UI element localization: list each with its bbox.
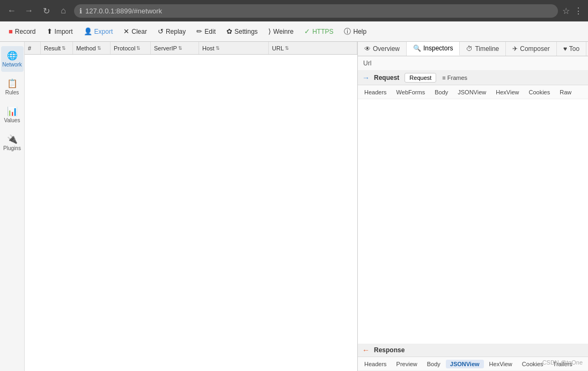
host-sort-icon: ⇅ (216, 46, 220, 51)
resp-jsonview-tab[interactable]: JSONView (446, 360, 484, 368)
url-security-icon: ℹ (79, 7, 82, 15)
req-body-tab[interactable]: Body (430, 88, 452, 97)
request-sub-tabs: Headers WebForms Body JSONView HexView C… (358, 85, 588, 99)
protocol-sort-icon: ⇅ (136, 46, 141, 51)
import-label: Import (55, 28, 73, 35)
col-result-label: Result (44, 45, 61, 51)
bookmark-button[interactable]: ☆ (562, 6, 570, 16)
https-icon: ✓ (304, 27, 310, 35)
request-tab[interactable]: Request (405, 73, 436, 83)
inspectors-icon: 🔍 (413, 44, 421, 52)
import-button[interactable]: ⬆ Import (42, 25, 77, 38)
col-hash[interactable]: # (25, 42, 41, 54)
settings-button[interactable]: ✿ Settings (222, 25, 262, 38)
col-host[interactable]: Host ⇅ (199, 42, 269, 54)
inspector-url-bar: Url (358, 56, 588, 71)
clear-icon: ✕ (123, 27, 129, 35)
request-section-header: → Request Request ≡ Frames (358, 71, 588, 85)
col-protocol-label: Protocol (114, 45, 135, 51)
plugins-icon: 🔌 (7, 134, 18, 144)
sidebar-item-plugins[interactable]: 🔌 Plugins (1, 130, 24, 155)
weinre-button[interactable]: ⟩ Weinre (264, 25, 298, 38)
col-protocol[interactable]: Protocol ⇅ (111, 42, 151, 54)
resp-hexview-tab[interactable]: HexView (485, 360, 517, 368)
tab-too[interactable]: ♥ Too (557, 42, 586, 56)
record-label: Record (15, 28, 36, 35)
col-method-label: Method (76, 45, 96, 51)
col-host-label: Host (202, 45, 215, 51)
rules-icon: 📋 (7, 78, 18, 88)
export-label: Export (94, 28, 113, 35)
url-bar[interactable]: ℹ 127.0.0.1:8899/#network (74, 4, 558, 18)
request-arrow-icon: → (362, 73, 370, 82)
replay-icon: ↺ (158, 27, 164, 35)
req-cookies-tab[interactable]: Cookies (524, 88, 554, 97)
inspector-panel: 👁 Overview 🔍 Inspectors ⏱ Timeline ✈ Com… (357, 42, 588, 371)
timeline-icon: ⏱ (466, 45, 473, 53)
tab-too-label: Too (569, 45, 579, 53)
inspector-content-area: → Request Request ≡ Frames Headers W (358, 71, 588, 371)
tab-timeline-label: Timeline (475, 45, 499, 53)
req-jsonview-tab[interactable]: JSONView (453, 88, 490, 97)
sidebar-label-values: Values (4, 117, 20, 123)
export-button[interactable]: 👤 Export (79, 25, 117, 38)
home-button[interactable]: ⌂ (57, 4, 70, 17)
watermark-text: CSDN @tqOne (542, 359, 583, 366)
req-headers-tab[interactable]: Headers (360, 88, 391, 97)
forward-button[interactable]: → (23, 4, 35, 17)
browser-menu-button[interactable]: ⋮ (574, 6, 583, 16)
overview-icon: 👁 (364, 45, 371, 53)
tab-inspectors-label: Inspectors (423, 44, 453, 52)
sidebar-item-network[interactable]: 🌐 Network (1, 46, 24, 72)
sidebar-item-rules[interactable]: 📋 Rules (1, 74, 24, 100)
col-method[interactable]: Method ⇅ (73, 42, 111, 54)
resp-preview-tab[interactable]: Preview (392, 360, 422, 368)
composer-icon: ✈ (512, 45, 518, 53)
request-tab-label: Request (409, 75, 431, 81)
tab-composer[interactable]: ✈ Composer (506, 42, 556, 56)
col-serverip[interactable]: ServerIP ⇅ (151, 42, 199, 54)
import-icon: ⬆ (47, 27, 53, 35)
url-label: Url (363, 60, 371, 67)
help-button[interactable]: ⓘ Help (340, 25, 371, 39)
https-button[interactable]: ✓ HTTPS (300, 25, 337, 38)
frames-tab-label: Frames (447, 75, 467, 81)
settings-icon: ✿ (226, 27, 232, 35)
record-button[interactable]: ■ Record (4, 25, 40, 38)
weinre-icon: ⟩ (268, 27, 271, 35)
back-button[interactable]: ← (5, 4, 18, 17)
resp-headers-tab[interactable]: Headers (360, 360, 391, 368)
tab-overview-label: Overview (373, 45, 400, 53)
request-section: → Request Request ≡ Frames Headers W (358, 71, 588, 344)
col-url[interactable]: URL ⇅ (269, 42, 357, 54)
replay-button[interactable]: ↺ Replay (153, 25, 190, 38)
response-section-header: ← Response (358, 344, 588, 357)
req-raw-tab[interactable]: Raw (555, 88, 576, 97)
tab-inspectors[interactable]: 🔍 Inspectors (407, 42, 460, 56)
req-webforms-tab[interactable]: WebForms (392, 88, 430, 97)
req-hexview-tab[interactable]: HexView (491, 88, 523, 97)
toolbar: ■ Record ⬆ Import 👤 Export ✕ Clear ↺ Rep… (0, 21, 588, 42)
resp-body-tab[interactable]: Body (423, 360, 445, 368)
help-label: Help (353, 28, 366, 35)
replay-label: Replay (166, 28, 186, 35)
browser-chrome: ← → ↻ ⌂ ℹ 127.0.0.1:8899/#network ☆ ⋮ (0, 0, 588, 21)
record-icon: ■ (9, 27, 13, 35)
left-sidebar: 🌐 Network 📋 Rules 📊 Values 🔌 Plugins (0, 42, 25, 371)
method-sort-icon: ⇅ (97, 46, 101, 51)
too-icon: ♥ (563, 45, 567, 53)
values-icon: 📊 (7, 106, 18, 116)
tab-timeline[interactable]: ⏱ Timeline (460, 42, 506, 56)
sidebar-item-values[interactable]: 📊 Values (1, 102, 24, 128)
frames-tab[interactable]: ≡ Frames (437, 73, 472, 83)
edit-button[interactable]: ✏ Edit (192, 25, 220, 38)
url-sort-icon: ⇅ (285, 46, 289, 51)
clear-button[interactable]: ✕ Clear (119, 25, 151, 38)
url-text: 127.0.0.1:8899/#network (85, 7, 162, 15)
refresh-button[interactable]: ↻ (40, 4, 53, 17)
edit-icon: ✏ (196, 27, 202, 35)
serverip-sort-icon: ⇅ (178, 46, 182, 51)
weinre-label: Weinre (273, 28, 293, 35)
tab-overview[interactable]: 👁 Overview (358, 42, 407, 56)
col-result[interactable]: Result ⇅ (41, 42, 73, 54)
